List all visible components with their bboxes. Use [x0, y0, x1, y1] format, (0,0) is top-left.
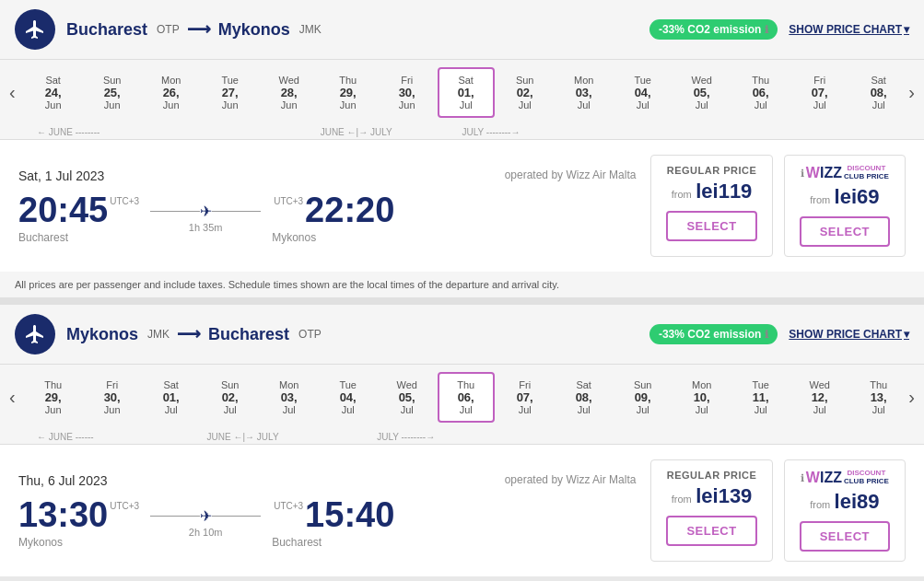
date-item[interactable]: Tue27,Jun — [202, 68, 259, 117]
date-item[interactable]: Wed05,Jul — [673, 68, 731, 117]
date-item[interactable]: Fri07,Jul — [497, 373, 554, 422]
date-item[interactable]: Tue11,Jul — [732, 373, 789, 422]
route1-wizz-price: lei69 — [835, 185, 880, 208]
route1-depart-utc: UTC+3 — [110, 196, 139, 206]
route1-arrive-utc: UTC+3 — [274, 196, 303, 206]
route2-prev-date[interactable]: ‹ — [0, 387, 25, 408]
route1-from: Bucharest — [66, 20, 147, 40]
date-item[interactable]: Sat08,Jul — [850, 68, 900, 117]
route1-show-price[interactable]: SHOW PRICE CHART ▾ — [789, 23, 909, 36]
plane-icon-1 — [24, 18, 46, 41]
route2-show-price[interactable]: SHOW PRICE CHART ▾ — [789, 328, 909, 341]
route1-flight-info: Sat, 1 Jul 2023 operated by Wizz Air Mal… — [18, 168, 636, 244]
route1-wizz-from: from — [810, 194, 830, 205]
date-item[interactable]: Fri07,Jul — [791, 68, 848, 117]
route2-flight-card: Thu, 6 Jul 2023 operated by Wizz Air Mal… — [0, 445, 924, 576]
date-item[interactable]: Wed05,Jul — [379, 373, 436, 422]
route1-text: Bucharest OTP ⟶ Mykonos JMK — [66, 19, 322, 40]
route2-duration: 2h 10m — [189, 527, 223, 538]
route1-next-date[interactable]: › — [899, 82, 924, 103]
route1-prev-date[interactable]: ‹ — [0, 82, 25, 103]
route1-regular-from: from — [672, 189, 692, 200]
date-item[interactable]: Tue04,Jul — [320, 373, 377, 422]
co2-info-icon-2[interactable]: ℹ — [765, 329, 768, 341]
route1-date-scroll: Sat24,JunSun25,JunMon26,JunTue27,JunWed2… — [25, 67, 900, 118]
date-item[interactable]: Sat08,Jul — [556, 373, 613, 422]
date-item[interactable]: Mon10,Jul — [673, 373, 731, 422]
route2-wizz-logo: ℹ WIZZ DISCOUNT CLUB PRICE — [800, 470, 890, 486]
date-item[interactable]: Mon03,Jul — [261, 373, 318, 422]
route2-plane-icon: ✈ — [200, 507, 212, 525]
route1-regular-price-box: REGULAR PRICE from lei119 SELECT — [650, 155, 772, 257]
route2-section: Mykonos JMK ⟶ Bucharest OTP -33% CO2 emi… — [0, 305, 924, 576]
route2-to: Bucharest — [208, 325, 289, 344]
route1-to-city: Mykonos — [272, 231, 394, 244]
plane-circle-1 — [15, 9, 55, 50]
route2-wizz-price: lei89 — [835, 490, 880, 513]
route2-times: 13:30 UTC+3 Mykonos ✈ 2h 10m UTC+3 — [18, 497, 636, 549]
route1-to: Mykonos — [218, 20, 290, 40]
route2-wizz-price-box: ℹ WIZZ DISCOUNT CLUB PRICE from lei89 SE… — [784, 459, 906, 562]
route1-arrive-block: UTC+3 22:20 Mykonos — [272, 192, 394, 244]
route2-month-labels: ← JUNE ------ JUNE ←|→ JULY JULY -------… — [0, 430, 924, 445]
route2-depart-utc: UTC+3 — [110, 501, 139, 511]
plane-circle-2 — [15, 314, 55, 354]
route1-header: Bucharest OTP ⟶ Mykonos JMK -33% CO2 emi… — [0, 0, 924, 60]
date-item[interactable]: Thu29,Jun — [320, 68, 377, 117]
route2-price-section: REGULAR PRICE from lei139 SELECT ℹ WIZZ … — [650, 459, 906, 562]
date-item[interactable]: Tue04,Jul — [614, 68, 672, 117]
route2-arrive-time: 15:40 — [305, 497, 394, 532]
route1-duration: 1h 35m — [189, 222, 223, 233]
route2-regular-price-box: REGULAR PRICE from lei139 SELECT — [650, 459, 772, 562]
date-item[interactable]: Mon26,Jun — [143, 68, 200, 117]
route1-co2-badge: -33% CO2 emission ℹ — [649, 19, 778, 40]
co2-info-icon-1[interactable]: ℹ — [765, 24, 768, 36]
route1-regular-price: lei119 — [696, 180, 752, 203]
route2-depart-time: 13:30 — [18, 497, 108, 532]
date-item[interactable]: Thu13,Jul — [850, 373, 900, 422]
route1-wizz-select-btn[interactable]: SELECT — [800, 216, 890, 247]
date-item[interactable]: Sun09,Jul — [614, 373, 672, 422]
route2-header: Mykonos JMK ⟶ Bucharest OTP -33% CO2 emi… — [0, 305, 924, 365]
date-item[interactable]: Sun02,Jul — [497, 68, 554, 117]
route2-next-date[interactable]: › — [899, 387, 924, 408]
wizz-info-icon-1[interactable]: ℹ — [801, 168, 804, 180]
route2-regular-select-btn[interactable]: SELECT — [666, 516, 756, 546]
route2-wizz-select-btn[interactable]: SELECT — [800, 521, 890, 552]
route2-co2-badge: -33% CO2 emission ℹ — [649, 324, 778, 344]
date-item[interactable]: Sun25,Jun — [84, 68, 141, 117]
route2-arrow-section: ✈ 2h 10m — [150, 507, 261, 538]
route1-flight-date: Sat, 1 Jul 2023 — [18, 168, 104, 183]
route1-section: Bucharest OTP ⟶ Mykonos JMK -33% CO2 emi… — [0, 0, 924, 297]
route2-regular-price: lei139 — [696, 484, 752, 507]
date-item[interactable]: Sat01,Jul — [438, 67, 495, 118]
date-item[interactable]: Thu06,Jul — [438, 372, 495, 423]
date-item[interactable]: Thu29,Jun — [25, 373, 82, 422]
route1-wizz-logo: ℹ WIZZ DISCOUNT CLUB PRICE — [800, 165, 890, 181]
route1-regular-select-btn[interactable]: SELECT — [666, 211, 756, 241]
date-item[interactable]: Fri30,Jun — [84, 373, 141, 422]
wizz-info-icon-2[interactable]: ℹ — [801, 472, 804, 484]
route1-depart-time: 20:45 — [18, 192, 108, 227]
date-item[interactable]: Sat24,Jun — [25, 68, 82, 117]
route1-flight-card: Sat, 1 Jul 2023 operated by Wizz Air Mal… — [0, 140, 924, 272]
route1-disclaimer: All prices are per passenger and include… — [0, 272, 924, 297]
date-item[interactable]: Sun02,Jul — [202, 373, 259, 422]
route1-month-labels: ← JUNE -------- JUNE ←|→ JULY JULY -----… — [0, 125, 924, 140]
date-item[interactable]: Fri30,Jun — [379, 68, 436, 117]
route1-depart-block: 20:45 UTC+3 Bucharest — [18, 192, 139, 244]
date-item[interactable]: Wed12,Jul — [791, 373, 848, 422]
route2-arrive-block: UTC+3 15:40 Bucharest — [272, 497, 394, 549]
route2-arrive-utc: UTC+3 — [274, 501, 303, 511]
route2-depart-block: 13:30 UTC+3 Mykonos — [18, 497, 139, 549]
route1-arrive-time: 22:20 — [305, 192, 394, 227]
route1-to-code: JMK — [299, 23, 322, 36]
route1-from-city: Bucharest — [18, 231, 139, 244]
date-item[interactable]: Thu06,Jul — [732, 68, 789, 117]
date-item[interactable]: Mon03,Jul — [556, 68, 613, 117]
route2-flight-info: Thu, 6 Jul 2023 operated by Wizz Air Mal… — [18, 473, 636, 549]
date-item[interactable]: Sat01,Jul — [143, 373, 200, 422]
date-item[interactable]: Wed28,Jun — [261, 68, 318, 117]
route2-flight-date: Thu, 6 Jul 2023 — [18, 473, 108, 488]
plane-icon-2 — [24, 323, 46, 345]
